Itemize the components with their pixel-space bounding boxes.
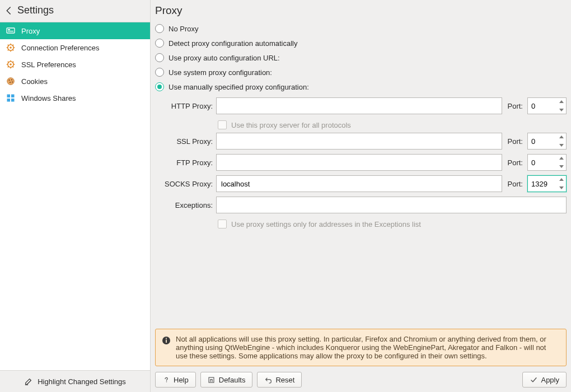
svg-line-10 <box>13 50 14 51</box>
svg-rect-2 <box>8 31 13 31</box>
spinner-up-icon[interactable] <box>558 176 565 183</box>
defaults-icon <box>208 376 216 384</box>
ftp-proxy-label: FTP Proxy: <box>155 158 213 167</box>
exceptions-row: Exceptions: <box>155 197 567 213</box>
spinner-down-icon[interactable] <box>558 107 565 113</box>
help-icon <box>162 376 170 384</box>
defaults-button[interactable]: Defaults <box>200 372 253 388</box>
radio-icon <box>155 24 164 33</box>
help-button[interactable]: Help <box>155 372 196 388</box>
spinner-down-icon[interactable] <box>558 164 565 170</box>
checkbox-icon <box>218 120 227 129</box>
gear-icon <box>6 59 16 69</box>
undo-icon <box>264 376 272 384</box>
radio-label: No Proxy <box>169 25 198 33</box>
socks-proxy-input[interactable] <box>216 175 502 192</box>
socks-proxy-label: SOCKS Proxy: <box>155 180 213 188</box>
http-proxy-input[interactable] <box>216 97 502 114</box>
sidebar-item-windows-shares[interactable]: Windows Shares <box>0 90 150 106</box>
button-label: Apply <box>541 376 559 384</box>
ssl-port-spinner <box>527 133 567 150</box>
exceptions-label: Exceptions: <box>155 201 213 209</box>
svg-rect-34 <box>166 340 167 343</box>
sidebar-item-label: Windows Shares <box>21 94 76 102</box>
ftp-port-label: Port: <box>506 158 524 167</box>
svg-line-11 <box>13 45 14 46</box>
svg-line-9 <box>8 45 9 46</box>
reset-button[interactable]: Reset <box>257 372 302 388</box>
svg-rect-37 <box>209 377 214 382</box>
svg-point-26 <box>10 82 11 83</box>
svg-line-19 <box>8 62 9 63</box>
radio-manual-proxy[interactable]: Use manually specified proxy configurati… <box>155 80 567 94</box>
button-label: Defaults <box>219 376 246 384</box>
info-message: Not all applications will use this proxy… <box>155 329 567 366</box>
radio-icon <box>155 39 164 48</box>
radio-icon <box>155 82 164 91</box>
socks-proxy-row: SOCKS Proxy: Port: <box>155 175 567 192</box>
spinner-up-icon[interactable] <box>558 99 565 105</box>
ssl-proxy-label: SSL Proxy: <box>155 137 213 146</box>
sidebar-item-cookies[interactable]: Cookies <box>0 73 150 90</box>
button-label: Help <box>174 376 189 384</box>
proxy-form: HTTP Proxy: Port: Use this proxy server … <box>155 94 567 232</box>
sidebar-item-proxy[interactable]: Proxy <box>0 22 150 39</box>
svg-rect-0 <box>7 28 15 33</box>
checkbox-label: Use this proxy server for all protocols <box>231 121 351 129</box>
ssl-port-label: Port: <box>506 137 524 146</box>
sidebar-header: Settings <box>0 0 150 22</box>
radio-no-proxy[interactable]: No Proxy <box>155 21 567 36</box>
radio-detect-auto[interactable]: Detect proxy configuration automatically <box>155 36 567 50</box>
exceptions-only-checkbox-row[interactable]: Use proxy settings only for addresses in… <box>155 218 567 232</box>
http-port-label: Port: <box>506 102 524 110</box>
http-proxy-label: HTTP Proxy: <box>155 102 213 110</box>
back-arrow-icon[interactable] <box>4 6 14 16</box>
http-port-spinner <box>527 97 567 114</box>
http-proxy-row: HTTP Proxy: Port: <box>155 97 567 114</box>
ftp-port-spinner <box>527 154 567 171</box>
svg-point-27 <box>12 82 13 83</box>
apply-button[interactable]: Apply <box>522 372 567 388</box>
svg-point-4 <box>10 46 12 49</box>
svg-point-36 <box>166 381 167 382</box>
radio-label: Use proxy auto configuration URL: <box>169 54 280 62</box>
page-title: Proxy <box>155 3 567 21</box>
exceptions-input[interactable] <box>216 197 567 213</box>
main-panel: Proxy No Proxy Detect proxy configuratio… <box>151 0 571 392</box>
socks-port-spinner <box>527 175 567 192</box>
highlight-changed-settings-button[interactable]: Highlight Changed Settings <box>0 371 150 392</box>
radio-icon <box>155 53 164 62</box>
radio-pac-url[interactable]: Use proxy auto configuration URL: <box>155 50 567 65</box>
svg-rect-1 <box>8 29 10 30</box>
sidebar-item-label: Cookies <box>21 77 48 86</box>
checkbox-label: Use proxy settings only for addresses in… <box>231 220 421 228</box>
socks-port-label: Port: <box>506 180 524 188</box>
svg-rect-30 <box>7 99 11 102</box>
svg-rect-31 <box>11 99 15 102</box>
ftp-proxy-input[interactable] <box>216 154 502 171</box>
all-protocols-checkbox-row[interactable]: Use this proxy server for all protocols <box>155 119 567 133</box>
spinner-down-icon[interactable] <box>558 142 565 148</box>
spinner-up-icon[interactable] <box>558 155 565 161</box>
ssl-proxy-input[interactable] <box>216 133 502 150</box>
spinner-up-icon[interactable] <box>558 134 565 140</box>
svg-line-12 <box>8 50 9 51</box>
sidebar-item-ssl-preferences[interactable]: SSL Preferences <box>0 56 150 73</box>
svg-rect-28 <box>7 95 11 98</box>
content-area: No Proxy Detect proxy configuration auto… <box>155 21 567 388</box>
spinner-down-icon[interactable] <box>558 185 565 191</box>
button-row: Help Defaults Reset <box>155 366 567 388</box>
sidebar: Settings Proxy Connection Preferences SS… <box>0 0 151 392</box>
sidebar-title: Settings <box>17 4 54 16</box>
radio-system-proxy[interactable]: Use system proxy configuration: <box>155 65 567 80</box>
radio-label: Use manually specified proxy configurati… <box>169 83 309 91</box>
radio-icon <box>155 68 164 77</box>
sidebar-item-label: SSL Preferences <box>21 60 76 69</box>
svg-line-20 <box>13 67 14 68</box>
sidebar-item-connection-preferences[interactable]: Connection Preferences <box>0 39 150 56</box>
svg-point-25 <box>11 80 12 81</box>
radio-label: Use system proxy configuration: <box>169 68 272 77</box>
cookie-icon <box>6 76 16 86</box>
svg-point-23 <box>7 78 15 85</box>
shares-icon <box>6 93 16 103</box>
